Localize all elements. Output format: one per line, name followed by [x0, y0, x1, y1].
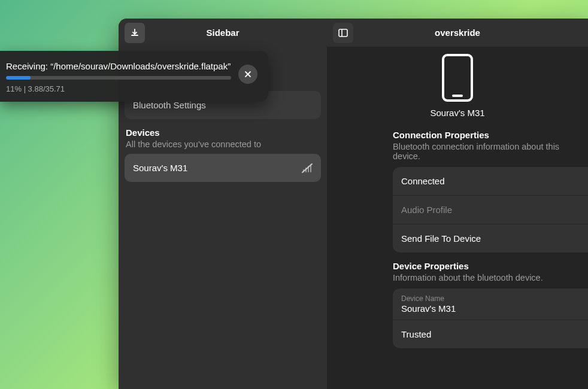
device-properties-section: Device Properties Information about the … [327, 261, 588, 357]
device-name-hero: Sourav's M31 [430, 108, 484, 118]
row-send-file[interactable]: Send File To Device [393, 224, 588, 253]
main-header: overskride [327, 19, 588, 47]
row-connected[interactable]: Connected [393, 167, 588, 196]
device-row-label: Sourav's M31 [133, 163, 187, 173]
notification-close-button[interactable] [238, 65, 257, 84]
close-icon [244, 71, 251, 78]
device-name-label: Device Name [401, 294, 580, 303]
connection-properties-subtitle: Bluetooth connection information about t… [393, 142, 588, 161]
device-name-value: Sourav's M31 [401, 303, 580, 314]
notification-progress-text: 11% | 3.88/35.71 [6, 84, 231, 93]
notification-title: Receiving: “/home/sourav/Downloads/overs… [6, 61, 231, 71]
row-audio-profile[interactable]: Audio Profile [393, 196, 588, 224]
devices-title: Devices [126, 127, 320, 138]
download-icon [130, 28, 140, 38]
phone-icon [442, 54, 473, 102]
progress-fill [6, 76, 31, 80]
sidebar-title: Sidebar [119, 28, 327, 38]
connection-properties-section: Connection Properties Bluetooth connecti… [327, 130, 588, 261]
device-properties-subtitle: Information about the bluetooth device. [393, 273, 588, 282]
connection-properties-list: Connected Audio Profile Send File To Dev… [393, 167, 588, 253]
main-body: Sourav's M31 Connection Properties Bluet… [327, 47, 588, 357]
connection-properties-title: Connection Properties [393, 130, 588, 140]
signal-none-icon [302, 163, 313, 173]
device-properties-list: Device Name Sourav's M31 Trusted [393, 288, 588, 348]
download-notification: Receiving: “/home/sourav/Downloads/overs… [0, 51, 268, 102]
devices-section-header: Devices All the devices you've connected… [125, 127, 321, 149]
download-button[interactable] [125, 23, 145, 43]
main-panel: overskride Sourav's M31 Connection Prope… [327, 19, 588, 389]
svg-rect-5 [339, 29, 347, 37]
device-row[interactable]: Sourav's M31 [125, 154, 321, 182]
progress-bar [6, 76, 231, 80]
app-title: overskride [327, 28, 588, 38]
device-properties-title: Device Properties [393, 261, 588, 271]
notification-body: Receiving: “/home/sourav/Downloads/overs… [6, 61, 231, 93]
toggle-sidebar-button[interactable] [333, 23, 353, 43]
row-device-name[interactable]: Device Name Sourav's M31 [393, 288, 588, 320]
row-trusted[interactable]: Trusted [393, 320, 588, 348]
panel-left-icon [338, 29, 348, 37]
sidebar-header: Sidebar [119, 19, 327, 47]
devices-subtitle: All the devices you've connected to [126, 139, 320, 149]
device-hero: Sourav's M31 [327, 54, 588, 118]
